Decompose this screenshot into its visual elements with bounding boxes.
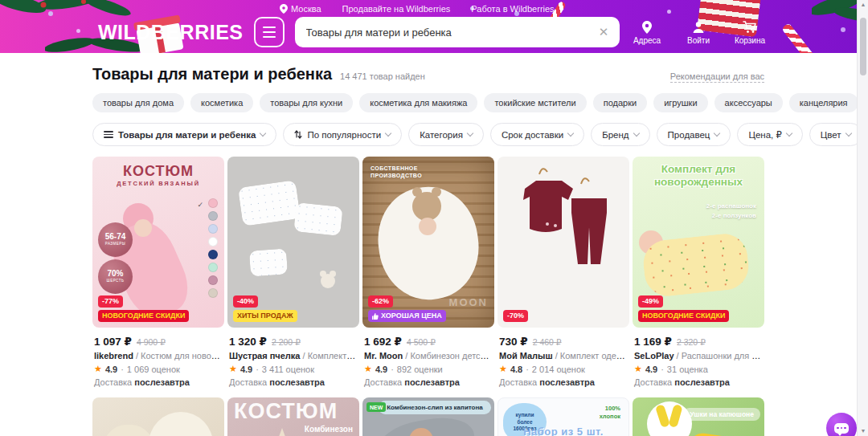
product-rating: 4.9 xyxy=(240,365,252,374)
chip-cosmetics[interactable]: косметика xyxy=(190,93,253,112)
star-icon: ★ xyxy=(94,364,102,374)
wildberries-logo[interactable]: WILDBERRIES xyxy=(98,21,244,44)
image-text: Комбинезон + шапочка xyxy=(305,423,353,436)
sort-dropdown[interactable]: По популярности xyxy=(283,123,402,146)
product-name[interactable]: Мой Малыш / Комплект одежды для нов... xyxy=(499,351,628,361)
image-text: ДЕТСКИЙ ВЯЗАНЫЙ xyxy=(92,180,224,187)
product-image[interactable]: купили более 16000раз 100% хлопок Набор … xyxy=(497,397,629,436)
product-price: 1 169 ₽ xyxy=(634,335,672,348)
image-text: Комбинезон-слип из капитона xyxy=(379,401,491,414)
product-card[interactable]: -40% ХИТЫ ПРОДАЖ 1 320 ₽2 200 ₽ Шустрая … xyxy=(227,157,359,387)
product-card[interactable] xyxy=(92,397,224,436)
discount-badge: -49% xyxy=(638,295,663,308)
recommendations-link[interactable]: Рекомендации для вас xyxy=(670,71,764,83)
chip-toys[interactable]: игрушки xyxy=(653,93,707,112)
search-input[interactable] xyxy=(295,17,620,47)
cart-label: Корзина xyxy=(735,36,765,45)
star-icon: ★ xyxy=(229,364,237,374)
thumbs-up-icon xyxy=(372,313,379,320)
chip-home-goods[interactable]: товары для дома xyxy=(92,93,184,112)
discount-badge: -62% xyxy=(368,295,393,308)
promo-badge: ХОРОШАЯ ЦЕНА xyxy=(368,310,446,322)
sort-arrows-icon xyxy=(294,130,302,139)
product-image[interactable] xyxy=(92,397,224,436)
image-text: КОСТЮМ xyxy=(234,399,338,424)
login-label: Войти xyxy=(687,36,710,45)
product-price: 1 097 ₽ xyxy=(94,335,132,348)
image-text: КОСТЮМ xyxy=(92,163,224,180)
promo-badge: НОВОГОДНИЕ СКИДКИ xyxy=(98,310,189,322)
product-image[interactable]: Собственное производство MOON -62% ХОРОШ… xyxy=(362,157,494,328)
review-count: 1 069 оценок xyxy=(127,365,180,374)
product-image[interactable]: КОСТЮМ Комбинезон + шапочка xyxy=(227,397,359,436)
search-clear-icon[interactable]: ✕ xyxy=(596,24,612,40)
product-name[interactable]: Mr. Moon / Комбинезон детский с начес... xyxy=(364,351,493,361)
sell-on-wildberries-link[interactable]: Продавайте на Wildberries xyxy=(342,4,451,14)
product-image[interactable]: -40% ХИТЫ ПРОДАЖ xyxy=(227,157,359,328)
color-swatches[interactable] xyxy=(208,198,218,298)
product-card[interactable]: Собственное производство MOON -62% ХОРОШ… xyxy=(362,157,494,387)
product-old-price: 4 900 ₽ xyxy=(137,337,166,347)
scroll-down-arrow[interactable]: ▼ xyxy=(858,426,868,436)
cart-button[interactable]: Корзина xyxy=(733,20,767,45)
jobs-link[interactable]: Работа в Wildberries xyxy=(471,4,554,14)
product-old-price: 4 500 ₽ xyxy=(407,337,436,347)
filter-delivery-time[interactable]: Срок доставки xyxy=(490,123,584,146)
product-grid-row-2: КОСТЮМ Комбинезон + шапочка Комбинезон-с… xyxy=(92,397,764,436)
product-image[interactable]: Комплект для новорожденных 2-е распашоно… xyxy=(633,157,764,328)
product-image[interactable]: КОСТЮМ ДЕТСКИЙ ВЯЗАНЫЙ ✓ xyxy=(92,157,224,328)
candy-cane-decoration xyxy=(781,22,817,53)
product-name[interactable]: Шустрая пчелка / Комплект для новоро... xyxy=(229,351,358,361)
filter-color[interactable]: Цвет xyxy=(809,123,862,146)
filter-brand[interactable]: Бренд xyxy=(591,123,649,146)
chip-accessories[interactable]: аксессуары xyxy=(714,93,783,112)
chevron-down-icon xyxy=(385,130,391,137)
product-card[interactable]: -70% 730 ₽2 460 ₽ Мой Малыш / Комплект о… xyxy=(497,157,629,387)
chip-gifts[interactable]: подарки xyxy=(593,93,647,112)
page-scrollbar[interactable]: ▲ ▼ xyxy=(857,0,868,436)
chip-kitchen[interactable]: товары для кухни xyxy=(260,93,353,112)
product-card[interactable]: КОСТЮМ Комбинезон + шапочка xyxy=(227,397,359,436)
product-name[interactable]: SeLoPlay / Распашонки для новорожден... xyxy=(634,351,763,361)
chip-stationery[interactable]: канцелярия xyxy=(789,93,858,112)
product-price: 730 ₽ xyxy=(499,335,528,348)
chevron-down-icon xyxy=(467,130,473,137)
image-text: Набор из 5 шт. xyxy=(498,426,628,436)
product-card[interactable]: Комплект для новорожденных 2-е распашоно… xyxy=(633,157,764,387)
product-image[interactable]: Ушки на капюшоне xyxy=(633,397,764,436)
catalog-menu-button[interactable] xyxy=(254,17,285,47)
delivery-info: Доставка послезавтра xyxy=(94,377,223,387)
chip-tokyo[interactable]: токийские мстители xyxy=(484,93,586,112)
addresses-button[interactable]: Адреса xyxy=(630,20,664,45)
product-card[interactable]: Ушки на капюшоне xyxy=(633,397,764,436)
review-count: 892 оценки xyxy=(397,365,443,374)
image-text: Комплект для новорожденных xyxy=(633,163,764,188)
scrollbar-thumb[interactable] xyxy=(860,18,866,75)
delivery-info: Доставка послезавтра xyxy=(229,377,358,387)
product-card[interactable]: Комбинезон-слип из капитона NEW xyxy=(362,397,494,436)
star-icon: ★ xyxy=(634,364,642,374)
discount-badge: -70% xyxy=(503,310,528,322)
product-card[interactable]: купили более 16000раз 100% хлопок Набор … xyxy=(497,397,629,436)
chevron-down-icon xyxy=(633,130,639,137)
search-bar: ✕ xyxy=(295,17,620,47)
filter-seller[interactable]: Продавец xyxy=(657,123,731,146)
check-icon: ✓ xyxy=(197,201,203,209)
scroll-up-arrow[interactable]: ▲ xyxy=(858,0,868,10)
product-image[interactable]: -70% xyxy=(497,157,629,328)
filter-price[interactable]: Цена, ₽ xyxy=(737,123,802,146)
clothes-illustration xyxy=(497,157,629,328)
product-old-price: 2 460 ₽ xyxy=(533,337,562,347)
category-selector[interactable]: Товары для матери и ребенка xyxy=(92,123,276,146)
city-selector[interactable]: Москва xyxy=(280,4,321,14)
title-row: Товары для матери и ребенка 14 471 товар… xyxy=(92,65,764,84)
list-icon xyxy=(104,129,113,140)
chip-makeup[interactable]: косметика для макияжа xyxy=(359,93,477,112)
discount-badge: -40% xyxy=(233,295,258,308)
filter-category[interactable]: Категория xyxy=(408,123,484,146)
login-button[interactable]: Войти xyxy=(682,20,715,45)
location-pin-icon xyxy=(280,4,288,14)
product-name[interactable]: likebrend / Костюм для новорожденных ... xyxy=(94,351,223,361)
product-image[interactable]: Комбинезон-слип из капитона NEW xyxy=(362,397,494,436)
product-card[interactable]: КОСТЮМ ДЕТСКИЙ ВЯЗАНЫЙ ✓ xyxy=(92,157,224,387)
